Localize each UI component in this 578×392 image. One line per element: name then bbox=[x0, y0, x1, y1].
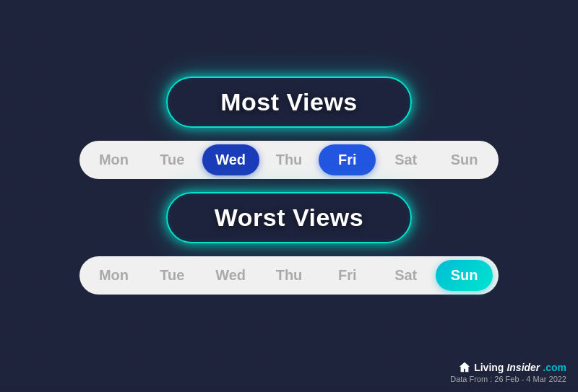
brand-name-living: Living bbox=[474, 362, 504, 373]
branding: Living Insider .com Data From : 26 Feb -… bbox=[450, 361, 566, 383]
most-views-badge: Most Views bbox=[166, 77, 412, 128]
most-views-thu[interactable]: Thu bbox=[261, 144, 318, 175]
worst-views-day-selector: Mon Tue Wed Thu Fri Sat Sun bbox=[79, 256, 499, 295]
brand-name-insider: Insider bbox=[506, 362, 540, 373]
most-views-tue[interactable]: Tue bbox=[144, 144, 201, 175]
worst-views-wed[interactable]: Wed bbox=[202, 260, 259, 291]
worst-views-badge: Worst Views bbox=[166, 192, 412, 243]
main-content: Most Views Mon Tue Wed Thu Fri Sat Sun W… bbox=[0, 0, 578, 392]
worst-views-label: Worst Views bbox=[215, 204, 363, 231]
most-views-label: Most Views bbox=[220, 88, 358, 116]
most-views-sat[interactable]: Sat bbox=[377, 144, 434, 175]
worst-views-sat[interactable]: Sat bbox=[377, 260, 434, 291]
brand-icon bbox=[458, 361, 471, 374]
brand-tld: .com bbox=[543, 362, 566, 373]
worst-views-sun[interactable]: Sun bbox=[436, 260, 493, 291]
brand-row: Living Insider .com bbox=[450, 361, 566, 374]
worst-views-thu[interactable]: Thu bbox=[261, 260, 318, 291]
brand-date: Data From : 26 Feb - 4 Mar 2022 bbox=[450, 375, 566, 383]
worst-views-mon[interactable]: Mon bbox=[85, 260, 142, 291]
most-views-sun[interactable]: Sun bbox=[436, 144, 493, 175]
most-views-mon[interactable]: Mon bbox=[85, 144, 142, 175]
most-views-fri[interactable]: Fri bbox=[319, 144, 376, 175]
worst-views-tue[interactable]: Tue bbox=[144, 260, 201, 291]
most-views-day-selector: Mon Tue Wed Thu Fri Sat Sun bbox=[79, 141, 499, 179]
most-views-wed[interactable]: Wed bbox=[202, 144, 259, 175]
worst-views-fri[interactable]: Fri bbox=[319, 260, 376, 291]
